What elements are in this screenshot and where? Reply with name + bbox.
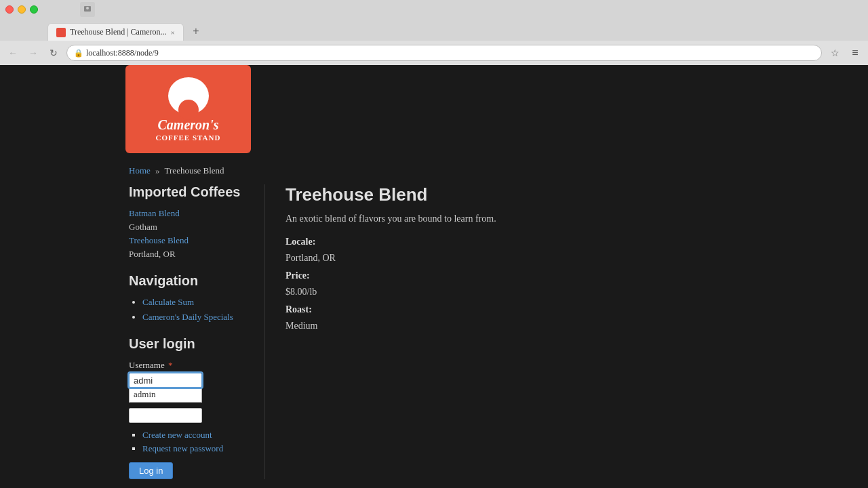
breadcrumb-current: Treehouse Blend bbox=[165, 165, 224, 176]
svg-point-1 bbox=[86, 7, 89, 9]
price-value: $8.00/lb bbox=[285, 287, 317, 297]
autocomplete-dropdown: admin bbox=[129, 387, 202, 403]
batman-blend-link[interactable]: Batman Blend bbox=[129, 208, 180, 218]
product-title: Treehouse Blend bbox=[285, 184, 841, 205]
main-layout: Imported Coffees Batman Blend Gotham Tre… bbox=[0, 184, 868, 479]
minimize-window-button[interactable] bbox=[18, 5, 26, 14]
sidebar: Imported Coffees Batman Blend Gotham Tre… bbox=[129, 184, 258, 479]
treehouse-blend-link[interactable]: Treehouse Blend bbox=[129, 235, 189, 245]
list-item: Gotham bbox=[129, 222, 258, 232]
required-indicator: * bbox=[168, 360, 173, 370]
address-bar: ← → ↻ 🔒 localhost:8888/node/9 ☆ ≡ bbox=[0, 41, 868, 65]
price-value-row: $8.00/lb bbox=[285, 287, 841, 298]
daily-specials-link[interactable]: Cameron's Daily Specials bbox=[142, 312, 233, 322]
menu-button[interactable]: ≡ bbox=[848, 45, 863, 60]
new-tab-button[interactable]: + bbox=[186, 23, 205, 39]
imported-coffees-title: Imported Coffees bbox=[129, 184, 258, 200]
password-field-group bbox=[129, 408, 258, 423]
breadcrumb-home-link[interactable]: Home bbox=[129, 165, 151, 176]
url-bar[interactable]: 🔒 localhost:8888/node/9 bbox=[66, 45, 822, 61]
nav-list: Calculate Sum Cameron's Daily Specials bbox=[129, 297, 258, 323]
login-section: User login Username * admin bbox=[129, 336, 258, 479]
autocomplete-suggestion[interactable]: admin bbox=[130, 387, 201, 402]
locale-row: Locale: bbox=[285, 237, 841, 247]
locale-label: Locale: bbox=[285, 237, 315, 247]
create-account-link[interactable]: Create new account bbox=[142, 430, 212, 440]
main-content-area: Treehouse Blend An exotic blend of flavo… bbox=[264, 184, 868, 479]
profile-button[interactable] bbox=[80, 2, 95, 17]
maximize-window-button[interactable] bbox=[30, 5, 38, 14]
username-input[interactable] bbox=[129, 373, 202, 388]
roast-value-row: Medium bbox=[285, 321, 841, 331]
tab-favicon bbox=[56, 28, 66, 37]
title-bar bbox=[0, 0, 868, 19]
logo-area: Cameron's COFFEE STAND bbox=[0, 65, 868, 160]
tab-title: Treehouse Blend | Cameron... bbox=[70, 27, 167, 37]
calculate-sum-link[interactable]: Calculate Sum bbox=[142, 297, 194, 307]
url-text: localhost:8888/node/9 bbox=[86, 48, 159, 58]
product-details: Locale: Portland, OR Price: $8.00/lb Roa bbox=[285, 237, 841, 331]
price-row: Price: bbox=[285, 270, 841, 281]
tab-bar: Treehouse Blend | Cameron... × + bbox=[0, 19, 868, 41]
list-item: Portland, OR bbox=[129, 249, 258, 260]
roast-value: Medium bbox=[285, 321, 317, 331]
imported-coffees-section: Imported Coffees Batman Blend Gotham Tre… bbox=[129, 184, 258, 260]
reload-button[interactable]: ↻ bbox=[46, 45, 61, 60]
list-item: Request new password bbox=[142, 443, 258, 454]
breadcrumb: Home » Treehouse Blend bbox=[0, 160, 868, 184]
list-item: Calculate Sum bbox=[142, 297, 258, 308]
request-password-link[interactable]: Request new password bbox=[142, 443, 223, 453]
navigation-title: Navigation bbox=[129, 273, 258, 289]
back-button[interactable]: ← bbox=[5, 45, 20, 60]
list-item: Create new account bbox=[142, 430, 258, 441]
username-field-group: Username * admin bbox=[129, 360, 258, 403]
username-label: Username * bbox=[129, 360, 258, 371]
logo-text-sub: COFFEE STAND bbox=[156, 134, 221, 142]
list-item: Batman Blend bbox=[129, 208, 258, 219]
roast-row: Roast: bbox=[285, 304, 841, 315]
locale-value: Portland, OR bbox=[285, 253, 336, 263]
breadcrumb-separator: » bbox=[155, 165, 160, 176]
login-button[interactable]: Log in bbox=[129, 462, 173, 479]
list-item: Treehouse Blend bbox=[129, 235, 258, 246]
login-section-title: User login bbox=[129, 336, 258, 352]
forward-button[interactable]: → bbox=[26, 45, 41, 60]
browser-window: Treehouse Blend | Cameron... × + ← → ↻ 🔒… bbox=[0, 0, 868, 488]
coffee-list: Batman Blend Gotham Treehouse Blend Port… bbox=[129, 208, 258, 260]
tab-close-button[interactable]: × bbox=[171, 28, 175, 37]
close-window-button[interactable] bbox=[5, 5, 14, 14]
product-description: An exotic blend of flavors you are bound… bbox=[285, 214, 841, 224]
price-label: Price: bbox=[285, 270, 310, 281]
bookmark-button[interactable]: ☆ bbox=[827, 45, 842, 60]
lock-icon: 🔒 bbox=[74, 49, 83, 58]
navigation-section: Navigation Calculate Sum Cameron's Daily… bbox=[129, 273, 258, 323]
account-links-list: Create new account Request new password bbox=[129, 430, 258, 454]
roast-label: Roast: bbox=[285, 304, 312, 314]
logo-cup-icon bbox=[168, 77, 209, 115]
locale-value-row: Portland, OR bbox=[285, 253, 841, 264]
site-logo[interactable]: Cameron's COFFEE STAND bbox=[125, 65, 251, 153]
password-input[interactable] bbox=[129, 408, 202, 423]
active-tab[interactable]: Treehouse Blend | Cameron... × bbox=[47, 23, 184, 41]
page-content: Cameron's COFFEE STAND Home » Treehouse … bbox=[0, 65, 868, 488]
list-item: Cameron's Daily Specials bbox=[142, 312, 258, 323]
